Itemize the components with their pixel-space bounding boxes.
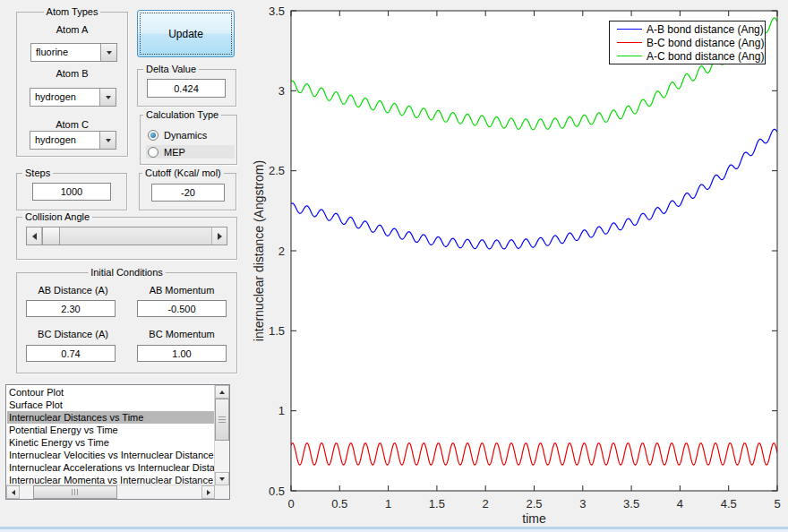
ab-distance-label: AB Distance (A) [26,285,120,296]
list-item[interactable]: Internuclear Accelerations vs Internucle… [7,461,215,474]
x-tick-label: 3 [579,497,586,511]
application-window: { "window": { "background": "#f0f0f0", "… [0,0,788,532]
series-line-1 [291,443,777,465]
cutoff-input[interactable] [151,184,225,202]
list-item[interactable]: Kinetic Energy vs Time [7,436,215,449]
x-axis-label: time [522,511,546,526]
plot-type-list: Contour Plot Surface Plot Internuclear D… [7,386,215,485]
list-item[interactable]: Contour Plot [7,386,215,399]
scrollbar-corner [215,485,229,499]
scroll-down-button[interactable] [215,472,229,485]
x-tick-label: 2.5 [526,497,542,511]
atom-c-dropdown[interactable]: hydrogen [30,131,116,150]
atom-b-label: Atom B [17,68,127,79]
x-tick-label: 1 [385,497,391,511]
legend-label: A-C bond distance (Ang) [647,50,764,63]
radio-button-icon [148,147,158,158]
collision-angle-slider[interactable] [26,227,227,245]
legend-line-sample [617,56,642,56]
legend-label: B-C bond distance (Ang) [647,37,764,49]
x-tick-label: 0 [287,497,294,511]
atom-c-value: hydrogen [35,134,76,145]
legend-line-sample [617,42,642,43]
axes-box [291,11,777,491]
atom-a-label: Atom A [17,24,127,35]
atom-a-dropdown[interactable]: fluorine [30,43,117,62]
slider-left-arrow-button[interactable] [27,227,42,245]
x-tick-label: 0.5 [331,497,347,511]
y-tick-label: 2.5 [269,164,285,177]
list-item[interactable]: Surface Plot [7,399,215,411]
bc-distance-input[interactable] [26,345,116,362]
panel-title: Atom Types [44,6,101,17]
vertical-scroll-thumb[interactable] [215,399,229,441]
chart-legend: A-B bond distance (Ang) B-C bond distanc… [609,21,766,64]
cutoff-panel: Cutoff (Kcal/ mol) [139,173,236,210]
atom-a-value: fluorine [36,47,68,57]
y-tick-label: 1.5 [269,324,285,338]
scroll-up-button[interactable] [215,385,229,399]
panel-title: Collision Angle [22,211,92,222]
chevron-down-icon [99,132,116,149]
ab-distance-input[interactable] [26,300,116,317]
slider-thumb[interactable] [42,227,60,245]
x-tick-label: 4 [677,497,683,511]
atom-types-panel: Atom Types Atom A fluorine Atom B hydrog… [16,12,128,157]
x-tick-label: 2 [483,497,489,511]
scroll-right-button[interactable] [201,485,215,499]
plot-type-listbox[interactable]: Contour Plot Surface Plot Internuclear D… [5,384,230,500]
scroll-left-button[interactable] [6,485,20,499]
delta-value-panel: Delta Value [137,69,236,107]
legend-entry: A-B bond distance (Ang) [610,22,765,36]
ab-momentum-input[interactable] [137,300,227,317]
x-tick-label: 3.5 [623,497,639,511]
bc-momentum-label: BC Momentum [137,329,227,339]
y-tick-label: 3 [278,84,285,98]
x-tick-label: 5 [774,497,780,511]
legend-entry: A-C bond distance (Ang) [610,49,765,63]
chevron-down-icon [100,44,116,61]
slider-right-arrow-button[interactable] [211,227,227,245]
bc-distance-label: BC Distance (A) [26,329,120,339]
delta-value-input[interactable] [147,79,226,98]
radio-mep[interactable]: MEP [146,145,235,159]
horizontal-scrollbar[interactable] [6,485,215,499]
radio-mep-label: MEP [164,147,185,158]
panel-title: Steps [22,167,53,178]
x-tick-label: 1.5 [429,497,445,511]
chevron-down-icon [99,89,116,106]
y-tick-label: 2 [278,245,285,258]
series-line-0 [291,129,777,249]
horizontal-scroll-thumb[interactable] [33,485,117,499]
y-tick-label: 3.5 [269,4,285,18]
update-button[interactable]: Update [137,10,235,57]
y-tick-label: 1 [278,404,285,417]
radio-button-icon [148,130,158,141]
legend-line-sample [617,29,642,30]
panel-title: Calculation Type [143,109,221,120]
y-tick-label: 0.5 [269,485,285,498]
steps-input[interactable] [32,183,111,201]
y-axis-label: internuclear distance (Angstrom) [252,160,266,341]
initial-conditions-panel: Initial Conditions AB Distance (A) AB Mo… [16,272,237,373]
legend-entry: B-C bond distance (Ang) [610,36,765,49]
panel-title: Delta Value [143,64,199,74]
bc-momentum-input[interactable] [137,345,227,362]
atom-c-label: Atom C [17,119,127,130]
calculation-type-panel: Calculation Type Dynamics MEP [140,115,237,165]
atom-b-value: hydrogen [35,91,76,102]
panel-title: Initial Conditions [88,267,166,278]
list-item[interactable]: Potential Energy vs Time [7,424,215,436]
ab-momentum-label: AB Momentum [137,285,227,296]
plot-background [291,11,777,491]
x-tick-label: 4.5 [721,497,737,511]
radio-dynamics-label: Dynamics [164,130,207,141]
list-item[interactable]: Internuclear Distances vs Time [7,411,215,424]
list-item[interactable]: Internuclear Velocities vs Internuclear … [7,449,215,461]
radio-dynamics[interactable]: Dynamics [148,128,207,142]
vertical-scrollbar[interactable] [214,385,229,485]
panel-title: Cutoff (Kcal/ mol) [142,167,224,178]
steps-panel: Steps [16,173,127,210]
atom-b-dropdown[interactable]: hydrogen [30,88,116,107]
legend-label: A-B bond distance (Ang) [647,23,764,36]
